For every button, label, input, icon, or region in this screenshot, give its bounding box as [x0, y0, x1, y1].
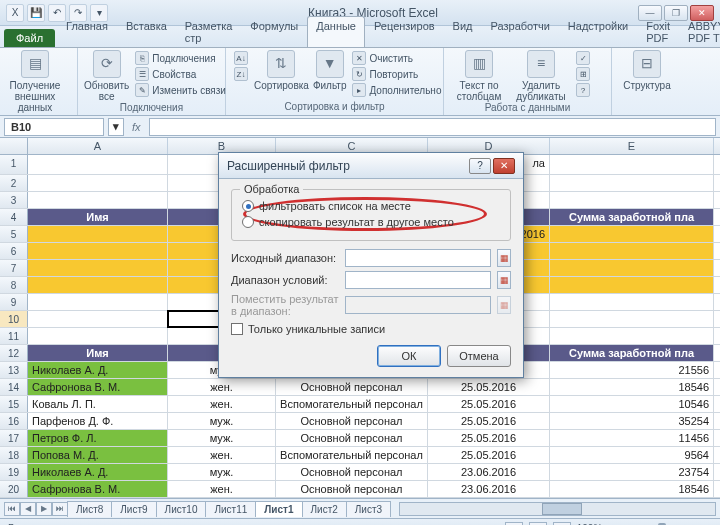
ribbon-tab[interactable]: Формулы [241, 16, 307, 47]
cell[interactable]: Основной персонал [276, 413, 428, 429]
cell[interactable]: Николаев А. Д. [28, 464, 168, 480]
namebox-dropdown[interactable]: ▾ [108, 118, 124, 136]
row-header[interactable]: 1 [0, 155, 28, 174]
list-range-input[interactable] [345, 249, 491, 267]
properties-button[interactable]: ☰Свойства [133, 66, 228, 82]
row-header[interactable]: 17 [0, 430, 28, 446]
reapply-button[interactable]: ↻Повторить [350, 66, 443, 82]
cell[interactable] [550, 175, 714, 191]
ribbon-tab[interactable]: Надстройки [559, 16, 637, 47]
sheet-tab[interactable]: Лист1 [255, 501, 302, 517]
scroll-thumb[interactable] [542, 503, 582, 515]
row-header[interactable]: 3 [0, 192, 28, 208]
ribbon-tab[interactable]: Foxit PDF [637, 16, 679, 47]
sheet-tab[interactable]: Лист2 [302, 501, 347, 517]
cell[interactable]: Основной персонал [276, 464, 428, 480]
dialog-close-button[interactable]: ✕ [493, 158, 515, 174]
fx-icon[interactable]: fx [128, 121, 145, 133]
sheet-tab[interactable]: Лист11 [205, 501, 256, 517]
cell[interactable] [550, 155, 714, 174]
cell[interactable]: 23.06.2016 [428, 481, 550, 497]
row-header[interactable]: 7 [0, 260, 28, 276]
view-pagebreak-button[interactable] [553, 522, 571, 526]
ribbon-tab[interactable]: ABBYY PDF Tr [679, 16, 720, 47]
get-external-data-button[interactable]: ▤ Получение внешних данных [6, 50, 64, 113]
cell[interactable]: Основной персонал [276, 430, 428, 446]
cell[interactable]: 11456 [550, 430, 714, 446]
horizontal-scrollbar[interactable] [399, 502, 716, 516]
cell[interactable] [28, 311, 168, 327]
cell[interactable]: жен. [168, 481, 276, 497]
cell[interactable]: Имя [28, 209, 168, 225]
cell[interactable] [28, 226, 168, 242]
sheet-tab[interactable]: Лист3 [346, 501, 391, 517]
cell[interactable]: 9564 [550, 447, 714, 463]
row-header[interactable]: 20 [0, 481, 28, 497]
row-header[interactable]: 6 [0, 243, 28, 259]
file-tab[interactable]: Файл [4, 29, 55, 47]
sort-asc-button[interactable]: A↓ [232, 50, 250, 66]
excel-icon[interactable]: X [6, 4, 24, 22]
tab-first-icon[interactable]: ⏮ [4, 502, 20, 516]
ribbon-tab[interactable]: Вставка [117, 16, 176, 47]
collapse-dialog-icon[interactable]: ▦ [497, 271, 511, 289]
whatif-button[interactable]: ? [574, 82, 592, 98]
text-to-columns-button[interactable]: ▥ Текст по столбцам [450, 50, 508, 102]
sheet-tab[interactable]: Лист9 [111, 501, 156, 517]
cell[interactable]: 10546 [550, 396, 714, 412]
cell[interactable] [550, 243, 714, 259]
ok-button[interactable]: ОК [377, 345, 441, 367]
row-header[interactable]: 19 [0, 464, 28, 480]
tab-next-icon[interactable]: ▶ [36, 502, 52, 516]
view-normal-button[interactable] [505, 522, 523, 526]
cell[interactable] [550, 311, 714, 327]
cell[interactable]: муж. [168, 464, 276, 480]
cell[interactable]: Петров Ф. Л. [28, 430, 168, 446]
row-header[interactable]: 8 [0, 277, 28, 293]
ribbon-tab[interactable]: Данные [307, 16, 365, 47]
ribbon-tab[interactable]: Разработчи [482, 16, 559, 47]
cell[interactable]: Сумма заработной пла [550, 345, 714, 361]
criteria-range-input[interactable] [345, 271, 491, 289]
row-header[interactable]: 13 [0, 362, 28, 378]
cell[interactable]: Основной персонал [276, 379, 428, 395]
cell[interactable]: Вспомогательный персонал [276, 396, 428, 412]
validation-button[interactable]: ✓ [574, 50, 592, 66]
cell[interactable]: Коваль Л. П. [28, 396, 168, 412]
ribbon-tab[interactable]: Главная [57, 16, 117, 47]
col-header[interactable]: E [550, 138, 714, 154]
cell[interactable]: Сумма заработной пла [550, 209, 714, 225]
cell[interactable] [28, 243, 168, 259]
cell[interactable] [28, 155, 168, 174]
view-layout-button[interactable] [529, 522, 547, 526]
clear-filter-button[interactable]: ✕Очистить [350, 50, 443, 66]
cell[interactable] [28, 294, 168, 310]
cell[interactable]: Николаев А. Д. [28, 362, 168, 378]
row-header[interactable]: 9 [0, 294, 28, 310]
cell[interactable] [550, 328, 714, 344]
unique-records-checkbox[interactable]: Только уникальные записи [231, 323, 511, 335]
cell[interactable]: 35254 [550, 413, 714, 429]
row-header[interactable]: 10 [0, 311, 28, 327]
cell[interactable]: Вспомогательный персонал [276, 447, 428, 463]
cell[interactable] [28, 175, 168, 191]
cell[interactable]: Имя [28, 345, 168, 361]
advanced-filter-button[interactable]: ▸Дополнительно [350, 82, 443, 98]
refresh-all-button[interactable]: ⟳ Обновить все [84, 50, 129, 102]
cancel-button[interactable]: Отмена [447, 345, 511, 367]
cell[interactable] [28, 260, 168, 276]
dialog-help-button[interactable]: ? [469, 158, 491, 174]
cell[interactable] [28, 328, 168, 344]
cell[interactable]: 18546 [550, 379, 714, 395]
select-all-button[interactable] [0, 138, 28, 154]
ribbon-tab[interactable]: Рецензиров [365, 16, 444, 47]
dialog-titlebar[interactable]: Расширенный фильтр ? ✕ [219, 153, 523, 179]
radio-copy-to[interactable]: скопировать результат в другое место [242, 214, 500, 230]
collapse-dialog-icon[interactable]: ▦ [497, 249, 511, 267]
cell[interactable]: Сафронова В. М. [28, 481, 168, 497]
col-header[interactable]: A [28, 138, 168, 154]
cell[interactable]: Парфенов Д. Ф. [28, 413, 168, 429]
cell[interactable]: жен. [168, 447, 276, 463]
ribbon-tab[interactable]: Разметка стр [176, 16, 242, 47]
row-header[interactable]: 18 [0, 447, 28, 463]
